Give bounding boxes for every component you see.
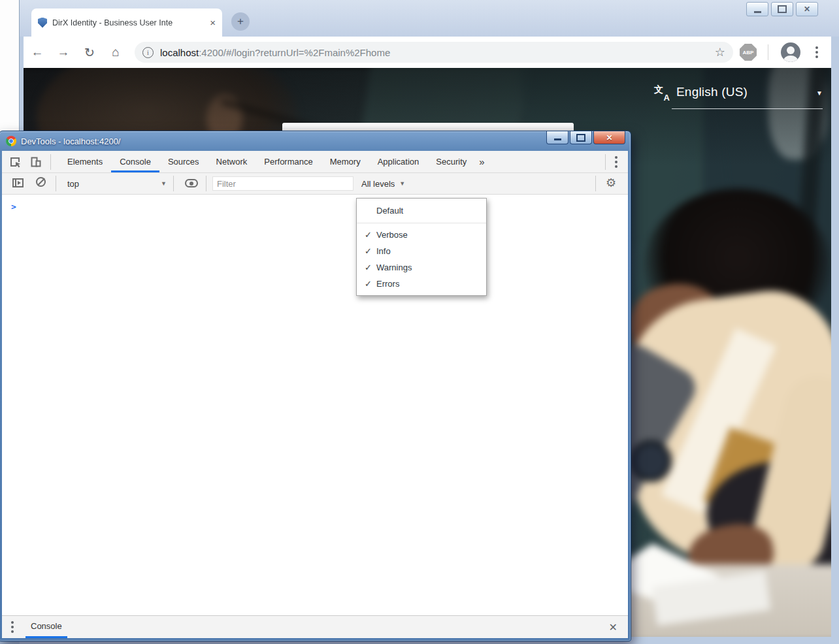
browser-tab[interactable]: DirX Identity - Business User Inte × [31,8,222,37]
devtools-window-controls: ✕ [546,131,625,144]
menu-item-label: Info [376,246,391,256]
divider [56,176,56,191]
divider [605,154,606,170]
more-tabs-icon[interactable]: » [479,156,484,167]
inspect-element-icon[interactable] [8,155,22,169]
menu-item-warnings[interactable]: ✓ Warnings [357,259,486,276]
live-expression-eye-icon[interactable] [185,179,198,187]
check-icon: ✓ [365,230,376,240]
devtools-minimize-button[interactable] [546,131,568,144]
tab-memory[interactable]: Memory [321,151,369,172]
check-icon: ✓ [365,263,376,272]
profile-avatar[interactable] [781,42,800,62]
language-label: English (US) [676,85,816,99]
tab-title: DirX Identity - Business User Inte [52,18,205,27]
menu-separator [357,223,486,223]
tab-application[interactable]: Application [369,151,428,172]
browser-tab-strip: ✕ DirX Identity - Business User Inte × + [20,0,839,37]
devtools-drawer-bar: Console ✕ [2,615,628,638]
log-levels-selector[interactable]: All levels ▼ [361,173,405,194]
devtools-menu-icon[interactable] [615,156,617,168]
language-selector[interactable]: 文 A English (US) ▼ [654,85,823,109]
devtools-close-button[interactable]: ✕ [593,131,625,144]
menu-item-label: Default [376,206,403,216]
tab-console[interactable]: Console [111,151,159,172]
browser-toolbar: ← → ↻ ⌂ i localhost:4200/#/login?returnU… [24,37,831,68]
minimize-icon [554,138,561,140]
forward-button[interactable]: → [54,43,73,61]
menu-item-default[interactable]: Default [357,202,486,219]
clear-console-icon[interactable] [36,177,46,187]
menu-item-info[interactable]: ✓ Info [357,243,486,259]
minimize-button[interactable] [746,2,768,16]
divider [595,176,596,191]
maximize-icon [576,134,585,142]
page-info-icon[interactable]: i [142,47,154,58]
reload-button[interactable]: ↻ [80,43,99,61]
menu-item-label: Verbose [376,230,408,240]
tab-network[interactable]: Network [208,151,256,172]
menu-item-label: Errors [376,279,399,289]
check-icon: ✓ [365,279,376,289]
log-levels-label: All levels [361,179,395,189]
close-icon: ✕ [804,5,810,13]
translate-icon: 文 A [654,85,672,102]
chevron-down-icon: ▼ [816,89,823,97]
toolbar-divider [768,44,768,60]
console-output-area[interactable]: > [2,195,628,615]
background-window-edge [0,0,20,135]
home-button[interactable]: ⌂ [107,43,125,61]
language-value[interactable]: English (US) ▼ [672,85,823,109]
bookmark-star-icon[interactable]: ☆ [715,45,725,59]
maximize-button[interactable] [771,2,793,16]
divider [206,176,206,191]
close-button[interactable]: ✕ [796,2,818,16]
context-label: top [63,179,161,189]
url-text: localhost:4200/#/login?returnUrl=%2Fmain… [160,47,390,58]
devtools-maximize-button[interactable] [570,131,592,144]
browser-window-controls: ✕ [746,2,818,16]
tab-elements[interactable]: Elements [59,151,111,172]
divider [173,176,174,191]
console-sidebar-icon[interactable] [12,178,24,187]
check-icon: ✓ [365,246,376,256]
url-host: localhost [160,47,199,58]
minimize-icon [754,11,761,13]
device-toolbar-icon[interactable] [29,155,42,169]
menu-item-errors[interactable]: ✓ Errors [357,276,486,292]
console-prompt-icon[interactable]: > [2,195,628,212]
devtools-tab-bar: Elements Console Sources Network Perform… [2,151,628,173]
avatar-body [783,56,798,62]
menu-item-verbose[interactable]: ✓ Verbose [357,227,486,243]
address-bar[interactable]: i localhost:4200/#/login?returnUrl=%2Fma… [135,42,733,63]
chevron-down-icon: ▼ [399,180,405,187]
adblock-extension-icon[interactable]: ABP [740,44,757,61]
drawer-tab-console[interactable]: Console [25,616,67,638]
back-button[interactable]: ← [28,43,46,61]
url-path: :4200/#/login?returnUrl=%2Fmain%2Fhome [199,47,390,58]
console-toolbar: top ▼ All levels ▼ ⚙ [2,173,628,195]
devtools-client-area: Elements Console Sources Network Perform… [2,151,628,638]
settings-gear-icon[interactable]: ⚙ [606,176,616,190]
close-icon: ✕ [606,133,612,142]
devtools-titlebar[interactable]: DevTools - localhost:4200/ ✕ [0,131,631,151]
devtools-window: DevTools - localhost:4200/ ✕ Elements Co… [0,131,631,641]
tab-close-icon[interactable]: × [210,18,216,27]
divider [50,154,51,170]
shield-favicon-icon [38,18,47,28]
devtools-window-title: DevTools - localhost:4200/ [21,137,120,146]
chevron-down-icon: ▼ [161,180,167,187]
drawer-menu-icon[interactable] [11,621,14,633]
context-selector[interactable]: top ▼ [63,173,167,194]
menu-item-label: Warnings [376,263,412,272]
console-filter-input[interactable] [212,176,354,191]
desktop: ✕ DirX Identity - Business User Inte × +… [0,0,839,644]
tab-performance[interactable]: Performance [255,151,321,172]
tab-sources[interactable]: Sources [159,151,208,172]
browser-menu-icon[interactable] [815,46,818,58]
tab-security[interactable]: Security [427,151,475,172]
drawer-close-icon[interactable]: ✕ [609,621,617,634]
maximize-icon [778,5,787,13]
new-tab-button[interactable]: + [231,12,250,31]
log-levels-menu: Default ✓ Verbose ✓ Info ✓ Warnings ✓ Er… [356,198,487,296]
